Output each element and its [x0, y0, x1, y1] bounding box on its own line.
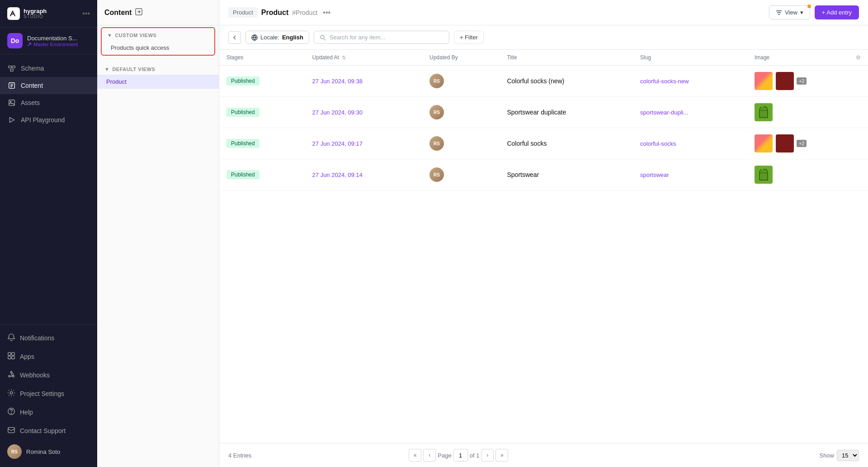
entry-title: Colorful socks — [507, 140, 547, 147]
workspace-name: Documentation S... — [27, 35, 78, 42]
assets-icon — [7, 99, 16, 107]
jacket-svg — [759, 168, 769, 181]
view-button[interactable]: View ▾ — [769, 5, 810, 19]
first-page-button[interactable]: « — [409, 449, 421, 462]
svg-point-11 — [9, 376, 10, 377]
sidebar-item-notifications[interactable]: Notifications — [0, 329, 97, 347]
add-entry-button[interactable]: + Add entry — [815, 5, 859, 19]
updated-at: 27 Jun 2024, 09:14 — [312, 172, 363, 178]
logo-area: hygraph STUDIO ••• — [0, 0, 97, 28]
sidebar-item-contact-support[interactable]: Contact Support — [0, 421, 97, 440]
table-settings-icon[interactable]: ⚙ — [856, 54, 861, 61]
image-thumb-2 — [776, 134, 794, 152]
image-extra-count: +2 — [797, 140, 807, 147]
last-page-button[interactable]: » — [495, 449, 508, 462]
sidebar-item-webhooks[interactable]: Webhooks — [0, 366, 97, 384]
pagination-controls: « ‹ Page of 1 › » — [409, 449, 508, 462]
svg-point-16 — [11, 413, 12, 414]
show-select: Show 15 25 50 — [819, 450, 859, 461]
sidebar-item-apps[interactable]: Apps — [0, 347, 97, 366]
status-badge: Published — [226, 76, 259, 86]
image-thumb-1 — [755, 103, 773, 121]
svg-point-20 — [321, 35, 324, 39]
custom-views-label[interactable]: ▼ CUSTOM VIEWS — [102, 28, 214, 41]
table-row[interactable]: Published 27 Jun 2024, 09:30 RS Sportswe… — [219, 97, 868, 128]
col-stages: Stages — [219, 50, 305, 66]
show-count-select[interactable]: 15 25 50 — [837, 450, 859, 461]
breadcrumb-parent[interactable]: Product — [228, 7, 258, 18]
entry-count: 4 Entries — [228, 452, 251, 459]
sidebar-item-help[interactable]: Help — [0, 403, 97, 421]
view-chevron: ▾ — [800, 9, 803, 16]
search-icon — [320, 34, 326, 41]
svg-rect-0 — [9, 66, 11, 68]
workspace-item[interactable]: Do Documentation S... Master Environment — [0, 28, 97, 54]
sidebar-item-schema[interactable]: Schema — [0, 60, 97, 77]
sidebar-item-api-playground[interactable]: API Playground — [0, 111, 97, 129]
entry-images — [755, 166, 861, 184]
sidebar-item-schema-label: Schema — [21, 65, 44, 72]
sidebar-item-project-settings[interactable]: Project Settings — [0, 384, 97, 403]
topbar-menu-dots[interactable]: ••• — [323, 9, 330, 17]
locale-button[interactable]: Locale: English — [245, 31, 309, 44]
entry-slug: sportswear-dupli... — [640, 109, 688, 116]
entry-slug: sportswear — [640, 172, 669, 178]
svg-point-5 — [10, 101, 11, 102]
updated-at: 27 Jun 2024, 09:30 — [312, 109, 363, 116]
middle-panel: Content ▼ CUSTOM VIEWS Products quick ac… — [97, 0, 219, 467]
updated-at: 27 Jun 2024, 09:17 — [312, 140, 363, 147]
user-name: Romina Soto — [26, 448, 60, 455]
col-title: Title — [500, 50, 633, 66]
sidebar-item-content-label: Content — [21, 82, 43, 89]
sidebar-item-content[interactable]: Content — [0, 77, 97, 94]
col-updated-at[interactable]: Updated At ⇅ — [305, 50, 422, 66]
page-total: of 1 — [470, 452, 480, 459]
user-avatar: RS — [7, 444, 22, 459]
schema-icon — [7, 64, 16, 72]
page-label: Page — [438, 452, 451, 459]
entry-images: +2 — [755, 134, 861, 152]
status-badge: Published — [226, 139, 259, 148]
svg-rect-7 — [8, 353, 11, 355]
sidebar-item-assets[interactable]: Assets — [0, 94, 97, 111]
default-views-label[interactable]: ▼ DEFAULT VIEWS — [97, 61, 219, 75]
prev-page-button[interactable]: ‹ — [423, 449, 436, 462]
search-placeholder: Search for any item... — [330, 34, 386, 41]
filter-button[interactable]: + Filter — [454, 31, 484, 44]
project-settings-label: Project Settings — [20, 390, 64, 397]
table-row[interactable]: Published 27 Jun 2024, 09:17 RS Colorful… — [219, 128, 868, 159]
table-body: Published 27 Jun 2024, 09:38 RS Colorful… — [219, 66, 868, 191]
svg-rect-9 — [8, 356, 11, 359]
export-icon[interactable] — [135, 8, 142, 17]
locale-icon — [251, 34, 258, 41]
webhooks-icon — [7, 370, 15, 380]
next-page-button[interactable]: › — [481, 449, 494, 462]
updated-at: 27 Jun 2024, 09:38 — [312, 78, 363, 85]
jacket-svg — [759, 106, 769, 119]
status-badge: Published — [226, 170, 259, 179]
page-input[interactable] — [453, 449, 468, 462]
table-row[interactable]: Published 27 Jun 2024, 09:14 RS Sportswe… — [219, 159, 868, 191]
back-icon — [232, 35, 237, 40]
pagination-bar: 4 Entries « ‹ Page of 1 › » Show 15 25 5… — [219, 443, 868, 467]
main-content: Product Product #Product ••• View ▾ + Ad… — [219, 0, 868, 467]
default-views-chevron: ▼ — [104, 67, 109, 72]
products-quick-access-item[interactable]: Products quick access — [102, 41, 214, 55]
updated-by-avatar: RS — [429, 74, 444, 88]
search-box[interactable]: Search for any item... — [314, 31, 449, 44]
svg-rect-1 — [12, 66, 15, 68]
sidebar-menu-dots[interactable]: ••• — [82, 10, 90, 18]
col-updated-by: Updated By — [422, 50, 500, 66]
product-view-item[interactable]: Product — [97, 75, 219, 89]
back-button[interactable] — [228, 31, 241, 44]
user-item[interactable]: RS Romina Soto — [0, 440, 97, 463]
svg-point-14 — [10, 391, 12, 394]
table-row[interactable]: Published 27 Jun 2024, 09:38 RS Colorful… — [219, 66, 868, 97]
notifications-icon — [7, 333, 15, 343]
sidebar: hygraph STUDIO ••• Do Documentation S...… — [0, 0, 97, 467]
svg-rect-8 — [12, 353, 14, 355]
image-thumb-1 — [755, 72, 773, 90]
entry-slug: colorful-socks-new — [640, 78, 689, 85]
workspace-avatar: Do — [7, 33, 23, 48]
page-title: Product — [261, 9, 288, 17]
